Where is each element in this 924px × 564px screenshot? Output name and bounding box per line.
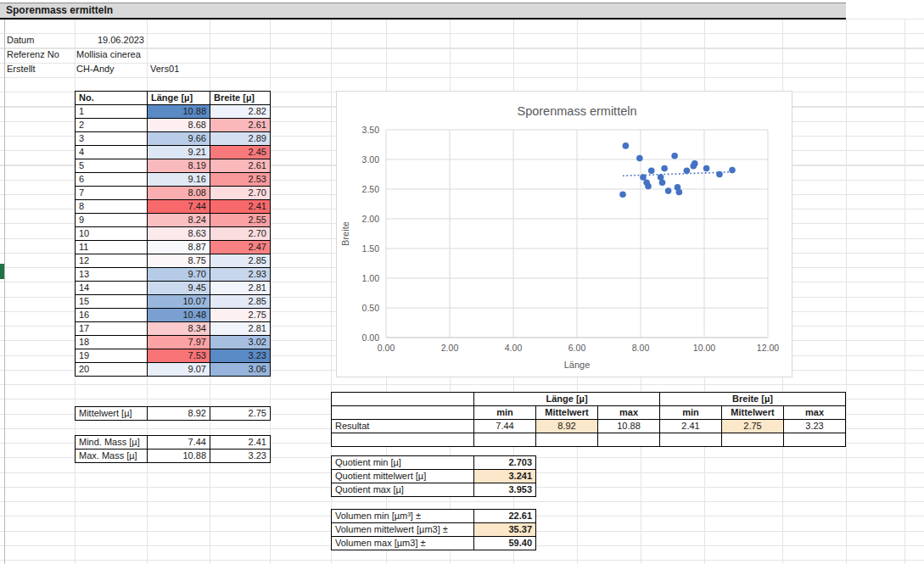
datum-label[interactable]: Datum [7, 33, 34, 47]
measurement-breite-cell[interactable]: 2.61 [210, 159, 271, 173]
scatter-chart[interactable]: 0.000.501.001.502.002.503.003.500.002.00… [336, 91, 792, 377]
measurement-no-cell[interactable]: 2 [76, 119, 148, 132]
measurement-laenge-cell[interactable]: 7.44 [148, 200, 210, 214]
scatter-point[interactable] [675, 184, 681, 191]
measurement-breite-cell[interactable]: 2.85 [210, 295, 271, 309]
measurement-breite-cell[interactable]: 2.45 [210, 146, 271, 159]
measurement-laenge-cell[interactable]: 9.66 [148, 132, 210, 146]
mittelwert-breite[interactable]: 2.75 [210, 407, 271, 421]
datum-value[interactable]: 19.06.2023 [75, 33, 144, 47]
measurement-no-cell[interactable]: 14 [76, 282, 148, 295]
measurement-breite-cell[interactable]: 2.75 [210, 309, 271, 322]
measurement-no-cell[interactable]: 11 [76, 241, 148, 254]
x-axis-title[interactable]: Länge [564, 360, 591, 370]
measurement-breite-cell[interactable]: 3.23 [210, 349, 271, 363]
version-value[interactable]: Vers01 [150, 62, 179, 76]
measurement-laenge-cell[interactable]: 10.07 [148, 295, 210, 309]
volumen-min-value[interactable]: 22.61 [474, 510, 536, 523]
measurement-no-cell[interactable]: 17 [76, 322, 148, 336]
measurement-breite-cell[interactable]: 2.53 [210, 173, 271, 187]
measurement-laenge-cell[interactable]: 7.97 [148, 336, 210, 349]
scatter-point[interactable] [645, 183, 652, 190]
measurement-no-cell[interactable]: 3 [76, 132, 148, 146]
volumen-mittelwert-value[interactable]: 35.37 [474, 523, 536, 537]
volumen-max-label[interactable]: Volumen max [µm3] ± [332, 537, 474, 550]
measurement-no-cell[interactable]: 10 [76, 227, 148, 241]
measurement-laenge-cell[interactable]: 8.24 [148, 214, 210, 227]
measurement-breite-cell[interactable]: 2.89 [210, 132, 271, 146]
result-group-laenge[interactable]: Länge [µ] [474, 393, 660, 406]
measurement-laenge-cell[interactable]: 8.08 [148, 187, 210, 200]
measurement-no-cell[interactable]: 8 [76, 200, 148, 214]
measurement-breite-cell[interactable]: 2.70 [210, 187, 271, 200]
volumen-min-label[interactable]: Volumen min [µm³] ± [332, 510, 474, 523]
trendline[interactable] [623, 172, 732, 176]
result-empty-cell[interactable] [332, 406, 474, 420]
sheet-title-cell[interactable]: Sporenmass ermitteln [0, 3, 846, 20]
measurement-breite-cell[interactable]: 3.06 [210, 363, 271, 377]
min-mass-breite[interactable]: 2.41 [210, 436, 271, 450]
scatter-point[interactable] [684, 168, 691, 175]
measurement-no-cell[interactable]: 5 [76, 159, 148, 173]
min-mass-laenge[interactable]: 7.44 [148, 436, 210, 450]
result-mittelwert-breite[interactable]: 2.75 [722, 420, 784, 433]
measurement-breite-cell[interactable]: 2.41 [210, 200, 271, 214]
measurement-no-cell[interactable]: 4 [76, 146, 148, 159]
y-axis-title[interactable]: Breite [340, 221, 350, 246]
measurement-no-cell[interactable]: 16 [76, 309, 148, 322]
scatter-point[interactable] [661, 165, 668, 172]
result-corner-cell[interactable] [332, 393, 474, 406]
quotient-mittelwert-value[interactable]: 3.241 [474, 470, 536, 483]
result-header-min-b[interactable]: min [660, 406, 722, 420]
min-mass-label[interactable]: Mind. Mass [µ] [76, 436, 148, 450]
result-row-label[interactable]: Resultat [332, 420, 474, 433]
measurement-breite-cell[interactable]: 2.47 [210, 241, 271, 254]
measurement-breite-cell[interactable]: 2.85 [210, 254, 271, 268]
scatter-point[interactable] [648, 168, 655, 175]
measurement-laenge-cell[interactable]: 8.34 [148, 322, 210, 336]
erstellt-value[interactable]: CH-Andy [76, 62, 115, 76]
result-min-breite[interactable]: 2.41 [660, 420, 722, 433]
scatter-point[interactable] [658, 174, 664, 181]
quotient-min-value[interactable]: 2.703 [474, 456, 536, 470]
result-header-max-l[interactable]: max [598, 406, 660, 420]
measurement-no-cell[interactable]: 20 [76, 363, 148, 377]
result-max-laenge[interactable]: 10.88 [598, 420, 660, 433]
result-max-breite[interactable]: 3.23 [784, 420, 846, 433]
scatter-point[interactable] [692, 160, 698, 167]
measurement-no-cell[interactable]: 19 [76, 349, 148, 363]
measurement-no-cell[interactable]: 13 [76, 268, 148, 282]
measurement-laenge-cell[interactable]: 9.21 [148, 146, 210, 159]
measurement-breite-cell[interactable]: 2.81 [210, 322, 271, 336]
max-mass-laenge[interactable]: 10.88 [148, 450, 210, 463]
scatter-point[interactable] [671, 153, 678, 159]
measurement-laenge-cell[interactable]: 8.75 [148, 254, 210, 268]
mittelwert-laenge[interactable]: 8.92 [148, 407, 210, 421]
col-header-laenge[interactable]: Länge [µ] [148, 92, 210, 105]
quotient-mittelwert-label[interactable]: Quotient mittelwert [µ] [332, 470, 474, 483]
measurement-breite-cell[interactable]: 2.55 [210, 214, 271, 227]
quotient-max-value[interactable]: 3.953 [474, 483, 536, 497]
measurement-no-cell[interactable]: 6 [76, 173, 148, 187]
measurement-laenge-cell[interactable]: 8.19 [148, 159, 210, 173]
chart-title[interactable]: Sporenmass ermitteln [517, 104, 636, 118]
measurement-laenge-cell[interactable]: 9.70 [148, 268, 210, 282]
measurement-no-cell[interactable]: 18 [76, 336, 148, 349]
measurement-no-cell[interactable]: 9 [76, 214, 148, 227]
measurement-breite-cell[interactable]: 2.61 [210, 119, 271, 132]
measurement-no-cell[interactable]: 15 [76, 295, 148, 309]
measurement-no-cell[interactable]: 1 [76, 105, 148, 119]
measurement-no-cell[interactable]: 7 [76, 187, 148, 200]
scatter-point[interactable] [619, 192, 626, 198]
measurement-no-cell[interactable]: 12 [76, 254, 148, 268]
scatter-point[interactable] [623, 142, 630, 149]
result-mittelwert-laenge[interactable]: 8.92 [536, 420, 598, 433]
result-header-mw-l[interactable]: Mittelwert [536, 406, 598, 420]
scatter-point[interactable] [716, 171, 723, 178]
measurement-laenge-cell[interactable]: 9.07 [148, 363, 210, 377]
measurement-laenge-cell[interactable]: 7.53 [148, 349, 210, 363]
quotient-min-label[interactable]: Quotient min [µ] [332, 456, 474, 470]
quotient-max-label[interactable]: Quotient max [µ] [332, 483, 474, 497]
measurement-laenge-cell[interactable]: 8.63 [148, 227, 210, 241]
measurement-breite-cell[interactable]: 2.82 [210, 105, 271, 119]
